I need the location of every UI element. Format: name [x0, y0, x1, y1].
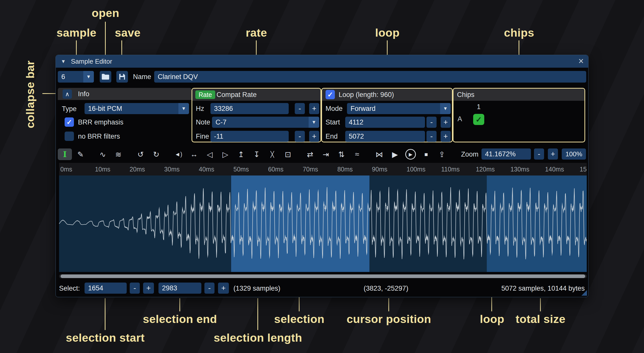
selection-end-plus-button[interactable]: +	[218, 283, 229, 294]
hz-field[interactable]: 33286	[210, 103, 289, 114]
zoom-reset-label: 100%	[566, 150, 582, 158]
rate-panel: Rate Compat Rate Hz 33286 - + Note C-7 ▼…	[192, 88, 321, 142]
loop-end-plus-button[interactable]: +	[441, 131, 451, 142]
close-icon[interactable]: ×	[578, 55, 584, 67]
undo-icon[interactable]: ↺	[133, 148, 148, 160]
annotation-open: open	[92, 7, 119, 20]
zoom-reset-button[interactable]: 100%	[562, 148, 586, 160]
pencil-icon[interactable]: ✎	[73, 148, 88, 160]
loop-start-minus-button[interactable]: -	[426, 117, 437, 128]
open-button[interactable]	[100, 71, 111, 83]
note-selector[interactable]: C-7 ▼	[212, 117, 319, 128]
resize-grip[interactable]	[581, 290, 587, 296]
invert-icon[interactable]: ⇅	[334, 148, 348, 160]
chips-header: Chips	[453, 89, 584, 101]
hz-label: Hz	[196, 103, 204, 114]
window-collapse-icon[interactable]: ▼	[61, 55, 66, 68]
zoom-label: Zoom	[461, 148, 478, 160]
rate-header: Rate Compat Rate	[192, 89, 320, 101]
fade-out-icon[interactable]: ▷	[218, 148, 232, 160]
timeline-label: 100ms	[407, 163, 425, 175]
chevron-up-icon: ∧	[65, 91, 70, 98]
info-panel: ∧ Info Type 16-bit PCM ▼ ✓ BRR emphasis …	[58, 88, 192, 142]
chips-title: Chips	[457, 89, 474, 101]
type-selector[interactable]: 16-bit PCM ▼	[85, 103, 189, 114]
timeline-label: 0ms	[60, 163, 72, 175]
fade-in-icon[interactable]: ◁	[203, 148, 217, 160]
export-icon[interactable]: ⇪	[435, 148, 449, 160]
loop-title: Loop (length: 960)	[339, 89, 394, 101]
fine-value: -11	[214, 133, 223, 140]
timeline-label: 150ms	[580, 163, 587, 175]
hz-minus-button[interactable]: -	[295, 103, 305, 114]
fine-field[interactable]: -11	[210, 131, 289, 142]
hz-plus-button[interactable]: +	[309, 103, 319, 114]
loop-start-plus-button[interactable]: +	[441, 117, 451, 128]
total-size-text: 5072 samples, 10144 bytes	[501, 282, 585, 295]
fine-plus-button[interactable]: +	[309, 131, 319, 142]
amplify-icon[interactable]: ↔	[187, 148, 201, 160]
make-instrument-icon[interactable]: ∿	[96, 148, 110, 160]
selection-end-minus-button[interactable]: -	[204, 283, 214, 294]
selection-length-text: (1329 samples)	[233, 282, 280, 295]
timeline-label: 110ms	[441, 163, 460, 175]
timeline-label: 60ms	[268, 163, 283, 175]
waveform-scrollbar[interactable]	[59, 274, 587, 278]
zoom-out-button[interactable]: -	[534, 148, 544, 160]
redo-icon[interactable]: ↻	[149, 148, 163, 160]
annotation-line-selection-end	[179, 298, 180, 311]
selection-start-plus-button[interactable]: +	[143, 283, 154, 294]
plus-icon: +	[312, 104, 316, 113]
trim-icon[interactable]: ⊡	[281, 148, 295, 160]
brr-emphasis-checkbox[interactable]: ✓	[65, 117, 74, 127]
plus-icon: +	[443, 118, 448, 127]
timeline-label: 90ms	[372, 163, 387, 175]
loop-end-minus-button[interactable]: -	[426, 131, 437, 142]
selection-end-field[interactable]: 2983	[158, 283, 201, 294]
reverse-icon[interactable]: ⇄	[303, 148, 317, 160]
stop-icon[interactable]: ■	[419, 148, 433, 160]
timeline-ruler[interactable]: 0ms10ms20ms30ms40ms50ms60ms70ms80ms90ms1…	[59, 163, 587, 175]
zoom-field[interactable]: 41.1672%	[481, 148, 531, 160]
play-icon[interactable]: ▶	[388, 148, 402, 160]
window-titlebar[interactable]: ▼ Sample Editor ×	[56, 55, 588, 68]
save-button[interactable]	[116, 71, 128, 83]
chevron-down-icon: ▼	[83, 71, 94, 83]
waveform-display[interactable]	[59, 175, 587, 272]
annotation-save: save	[115, 26, 141, 39]
delete-icon[interactable]: ╳	[265, 148, 279, 160]
play-region-icon[interactable]: ▶	[405, 149, 416, 160]
edit-cursor-icon[interactable]: I	[58, 148, 72, 160]
chip-enable-checkbox[interactable]: ✓	[473, 114, 484, 125]
sample-selector[interactable]: 6 ▼	[58, 71, 94, 83]
collapse-bar-button[interactable]: ∧	[63, 89, 72, 99]
normalize-icon[interactable]: ⇥	[319, 148, 333, 160]
save-icon	[118, 73, 126, 81]
loop-start-field[interactable]: 4112	[345, 117, 425, 128]
select-label: Select:	[59, 282, 80, 295]
make-wavetable-icon[interactable]: ≋	[111, 148, 125, 160]
selection-start-field[interactable]: 1654	[85, 283, 127, 294]
plus-icon: +	[443, 132, 448, 141]
fine-minus-button[interactable]: -	[295, 131, 305, 142]
name-field[interactable]: Clarinet DQV	[154, 71, 586, 83]
crossfade-loop-icon[interactable]: ⋈	[372, 148, 386, 160]
loop-end-field[interactable]: 5072	[345, 131, 425, 142]
loop-checkbox[interactable]: ✓	[326, 90, 335, 99]
sample-editor-window: ▼ Sample Editor × 6 ▼ Name Clarinet DQV …	[56, 55, 588, 297]
filter-icon[interactable]: ≈	[350, 148, 364, 160]
waveform-canvas[interactable]	[59, 175, 587, 272]
no-brr-filters-checkbox[interactable]	[65, 132, 74, 141]
annotation-selection: selection	[274, 313, 325, 326]
loop-start-label: Start	[326, 117, 340, 128]
preview-icon[interactable]: ◄)	[171, 148, 185, 160]
zoom-in-button[interactable]: +	[548, 148, 558, 160]
insert-silence-icon[interactable]: ↥	[234, 148, 248, 160]
scrollbar-thumb[interactable]	[61, 274, 585, 278]
minus-icon: -	[208, 284, 211, 292]
resize-icon[interactable]: ↧	[250, 148, 264, 160]
loop-end-value: 5072	[349, 133, 364, 140]
selection-start-minus-button[interactable]: -	[130, 283, 140, 294]
annotation-line-total-size	[540, 298, 541, 311]
loop-mode-selector[interactable]: Forward ▼	[347, 103, 451, 114]
